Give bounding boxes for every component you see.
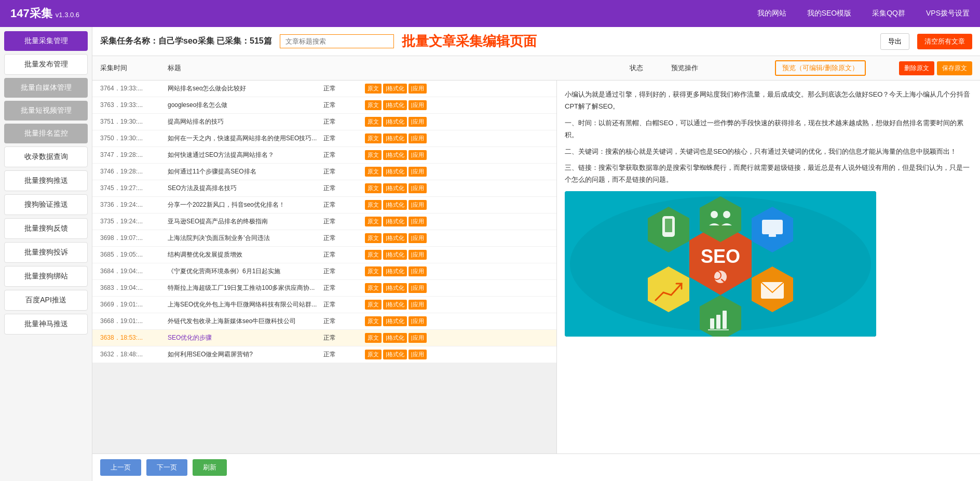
tag-ge-button[interactable]: |格式化 bbox=[383, 300, 407, 310]
tag-ying-button[interactable]: |应用 bbox=[409, 283, 427, 293]
tag-ying-button[interactable]: |应用 bbox=[409, 117, 427, 127]
tag-ying-button[interactable]: |应用 bbox=[409, 200, 427, 210]
tag-ge-button[interactable]: |格式化 bbox=[383, 266, 407, 276]
tag-ying-button[interactable]: |应用 bbox=[409, 316, 427, 326]
tag-ge-button[interactable]: |格式化 bbox=[383, 250, 407, 260]
tag-yuan-button[interactable]: 原文 bbox=[365, 200, 382, 210]
tag-ying-button[interactable]: |应用 bbox=[409, 100, 427, 110]
tag-ying-button[interactable]: |应用 bbox=[409, 250, 427, 260]
tag-ge-button[interactable]: |格式化 bbox=[383, 183, 407, 193]
tag-ge-button[interactable]: |格式化 bbox=[383, 316, 407, 326]
tag-yuan-button[interactable]: 原文 bbox=[365, 300, 382, 310]
version-text: v1.3.0.6 bbox=[56, 11, 79, 19]
tag-yuan-button[interactable]: 原文 bbox=[365, 150, 382, 160]
tag-ge-button[interactable]: |格式化 bbox=[383, 283, 407, 293]
nav-seo-template[interactable]: 我的SEO模版 bbox=[807, 9, 852, 18]
tag-ying-button[interactable]: |应用 bbox=[409, 333, 427, 343]
row-status: 正常 bbox=[323, 217, 365, 226]
sidebar-item-sogou-verify[interactable]: 搜狗验证推送 bbox=[4, 194, 88, 215]
tag-yuan-button[interactable]: 原文 bbox=[365, 316, 382, 326]
tag-yuan-button[interactable]: 原文 bbox=[365, 250, 382, 260]
sidebar-item-sogou-feedback[interactable]: 批量搜狗反馈 bbox=[4, 218, 88, 239]
row-title: 上海法院判决'负面压制业务'合同违法 bbox=[168, 234, 323, 243]
sidebar-item-sogou-complaint[interactable]: 批量搜狗投诉 bbox=[4, 242, 88, 263]
tag-ge-button[interactable]: |格式化 bbox=[383, 233, 407, 243]
svg-rect-16 bbox=[710, 318, 714, 329]
tag-ge-button[interactable]: |格式化 bbox=[383, 217, 407, 226]
tag-yuan-button[interactable]: 原文 bbox=[365, 283, 382, 293]
row-time: 3683．19:04:... bbox=[100, 284, 168, 292]
refresh-button[interactable]: 刷新 bbox=[193, 459, 227, 476]
tag-ying-button[interactable]: |应用 bbox=[409, 350, 427, 359]
tag-yuan-button[interactable]: 原文 bbox=[365, 350, 382, 359]
tag-ying-button[interactable]: |应用 bbox=[409, 183, 427, 193]
tag-ge-button[interactable]: |格式化 bbox=[383, 333, 407, 343]
tag-ge-button[interactable]: |格式化 bbox=[383, 117, 407, 127]
row-ops: 原文 |格式化 |应用 bbox=[365, 183, 469, 193]
tag-ying-button[interactable]: |应用 bbox=[409, 300, 427, 310]
main-area: 采集任务名称：自己学seo采集 已采集：515篇 批量文章采集编辑页面 导出 清… bbox=[92, 27, 980, 481]
sidebar-item-sogou-push[interactable]: 批量搜狗推送 bbox=[4, 170, 88, 191]
tag-ying-button[interactable]: |应用 bbox=[409, 233, 427, 243]
tag-yuan-button[interactable]: 原文 bbox=[365, 100, 382, 110]
tag-yuan-button[interactable]: 原文 bbox=[365, 183, 382, 193]
tag-ge-button[interactable]: |格式化 bbox=[383, 350, 407, 359]
svg-rect-22 bbox=[665, 219, 672, 232]
sidebar-item-shenma[interactable]: 批量神马推送 bbox=[4, 314, 88, 335]
tag-ying-button[interactable]: |应用 bbox=[409, 133, 427, 143]
row-title: 如何快速通过SEO方法提高网站排名？ bbox=[168, 151, 323, 159]
row-ops: 原文 |格式化 |应用 bbox=[365, 133, 469, 143]
tag-ying-button[interactable]: |应用 bbox=[409, 84, 427, 93]
tag-ying-button[interactable]: |应用 bbox=[409, 217, 427, 226]
tag-ge-button[interactable]: |格式化 bbox=[383, 133, 407, 143]
tag-yuan-button[interactable]: 原文 bbox=[365, 333, 382, 343]
row-title: 特斯拉上海超级工厂19日复工推动100多家供应商协... bbox=[168, 284, 323, 292]
save-orig-button[interactable]: 保存原文 bbox=[937, 61, 972, 75]
delete-orig-button[interactable]: 删除原文 bbox=[899, 61, 934, 75]
tag-ge-button[interactable]: |格式化 bbox=[383, 100, 407, 110]
svg-point-9 bbox=[723, 211, 730, 218]
nav-qq-group[interactable]: 采集QQ群 bbox=[872, 9, 905, 18]
prev-page-button[interactable]: 上一页 bbox=[100, 459, 141, 476]
clearall-button[interactable]: 清空所有文章 bbox=[917, 34, 972, 49]
tag-yuan-button[interactable]: 原文 bbox=[365, 217, 382, 226]
nav-vps-setting[interactable]: VPS拨号设置 bbox=[926, 9, 970, 18]
sidebar-item-record[interactable]: 收录数据查询 bbox=[4, 146, 88, 167]
row-title: 亚马逊SEO提高产品排名的终极指南 bbox=[168, 217, 323, 226]
tag-ying-button[interactable]: |应用 bbox=[409, 167, 427, 177]
svg-rect-18 bbox=[723, 311, 727, 329]
tag-ying-button[interactable]: |应用 bbox=[409, 150, 427, 160]
row-status: 正常 bbox=[323, 117, 365, 126]
sidebar-item-publish[interactable]: 批量发布管理 bbox=[4, 54, 88, 75]
table-row: 3683．19:04:... 特斯拉上海超级工厂19日复工推动100多家供应商协… bbox=[92, 280, 556, 297]
sidebar-item-baidu-api[interactable]: 百度API推送 bbox=[4, 290, 88, 311]
sidebar-item-sogou-bind[interactable]: 批量搜狗绑站 bbox=[4, 266, 88, 287]
row-ops: 原文 |格式化 |应用 bbox=[365, 300, 469, 310]
sidebar-item-collect[interactable]: 批量采集管理 bbox=[4, 31, 88, 51]
tag-yuan-button[interactable]: 原文 bbox=[365, 133, 382, 143]
tag-ge-button[interactable]: |格式化 bbox=[383, 167, 407, 177]
table-row: 3751．19:30:... 提高网站排名的技巧 正常 原文 |格式化 |应用 bbox=[92, 114, 556, 130]
tag-yuan-button[interactable]: 原文 bbox=[365, 233, 382, 243]
topbar: 采集任务名称：自己学seo采集 已采集：515篇 批量文章采集编辑页面 导出 清… bbox=[92, 27, 980, 56]
tag-ge-button[interactable]: |格式化 bbox=[383, 150, 407, 160]
table-area[interactable]: 3764．19:33:... 网站排名seo怎么做会比较好 正常 原文 |格式化… bbox=[92, 81, 557, 453]
nav-my-site[interactable]: 我的网站 bbox=[757, 9, 786, 18]
content-area: 3764．19:33:... 网站排名seo怎么做会比较好 正常 原文 |格式化… bbox=[92, 81, 980, 453]
preview-area[interactable]: 小编认为就是通过引擎，得到好的，获得更多网站度我们称作流量，最后成成交。那么到底… bbox=[557, 81, 980, 453]
tag-yuan-button[interactable]: 原文 bbox=[365, 117, 382, 127]
export-button[interactable]: 导出 bbox=[880, 33, 909, 50]
row-time: 3735．19:24:... bbox=[100, 217, 168, 226]
tag-ying-button[interactable]: |应用 bbox=[409, 266, 427, 276]
next-page-button[interactable]: 下一页 bbox=[146, 459, 187, 476]
row-ops: 原文 |格式化 |应用 bbox=[365, 217, 469, 226]
col-header-ops: 预览操作 bbox=[671, 63, 775, 73]
search-input[interactable] bbox=[280, 34, 394, 48]
row-status: 正常 bbox=[323, 151, 365, 159]
tag-ge-button[interactable]: |格式化 bbox=[383, 200, 407, 210]
tag-ge-button[interactable]: |格式化 bbox=[383, 84, 407, 93]
tag-yuan-button[interactable]: 原文 bbox=[365, 266, 382, 276]
tag-yuan-button[interactable]: 原文 bbox=[365, 167, 382, 177]
row-status: 正常 bbox=[323, 350, 365, 359]
tag-yuan-button[interactable]: 原文 bbox=[365, 84, 382, 93]
